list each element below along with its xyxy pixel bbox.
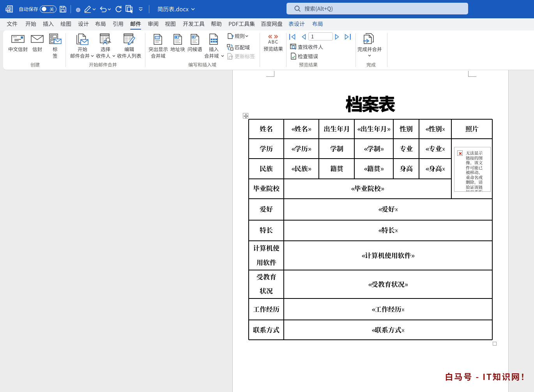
svg-text:W: W <box>6 7 10 11</box>
svg-text:?: ? <box>231 34 234 39</box>
